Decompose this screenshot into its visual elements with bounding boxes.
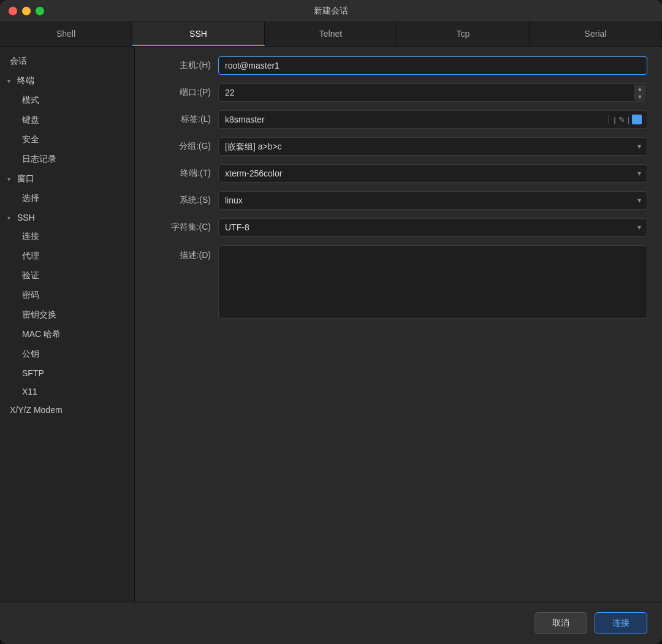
terminal-select[interactable]: xterm-256color	[218, 164, 647, 183]
form-area: 主机:(H) 端口:(P) ▲ ▼ 标签:(L)	[135, 47, 662, 602]
sidebar-item-mac[interactable]: MAC 哈希	[0, 325, 134, 344]
sidebar-item-window[interactable]: ▾ 窗口	[0, 169, 134, 189]
port-label: 端口:(P)	[150, 87, 211, 98]
sidebar-item-kex[interactable]: 密钥交换	[0, 305, 134, 325]
sidebar-item-password[interactable]: 密码	[0, 286, 134, 305]
terminal-select-wrapper: xterm-256color	[218, 164, 647, 183]
charset-select[interactable]: UTF-8	[218, 218, 647, 237]
footer: 取消 连接	[0, 602, 662, 644]
titlebar: 新建会话	[0, 0, 662, 22]
system-label: 系统:(S)	[150, 195, 211, 206]
tag-row: 标签:(L) | ✎ |	[150, 110, 647, 129]
separator-icon: |	[614, 115, 615, 124]
sidebar-item-log[interactable]: 日志记录	[0, 150, 134, 169]
tag-input[interactable]	[219, 111, 608, 128]
port-spin-down[interactable]: ▼	[634, 93, 646, 100]
connect-button[interactable]: 连接	[595, 612, 647, 634]
sidebar-item-mode[interactable]: 模式	[0, 91, 134, 110]
port-spin-up[interactable]: ▲	[634, 85, 646, 93]
window-title: 新建会话	[314, 6, 348, 17]
minimize-button[interactable]	[22, 7, 31, 15]
sidebar-item-security[interactable]: 安全	[0, 130, 134, 150]
group-select[interactable]: [嵌套组] a>b>c	[218, 137, 647, 156]
sidebar-item-auth[interactable]: 验证	[0, 266, 134, 286]
sidebar-item-select[interactable]: 选择	[0, 189, 134, 208]
sidebar-item-connect[interactable]: 连接	[0, 227, 134, 246]
sidebar-item-proxy[interactable]: 代理	[0, 246, 134, 266]
group-select-wrapper: [嵌套组] a>b>c	[218, 137, 647, 156]
cancel-button[interactable]: 取消	[535, 612, 587, 634]
sidebar-item-ssh-section[interactable]: ▾ SSH	[0, 208, 134, 227]
terminal-row: 终端:(T) xterm-256color	[150, 164, 647, 183]
desc-row: 描述:(D)	[150, 245, 647, 319]
host-input[interactable]	[218, 56, 647, 75]
window-controls	[9, 7, 44, 15]
tab-ssh[interactable]: SSH	[132, 22, 265, 46]
charset-row: 字符集:(C) UTF-8	[150, 218, 647, 237]
sidebar-item-terminal[interactable]: ▾ 终端	[0, 71, 134, 91]
tag-label: 标签:(L)	[150, 114, 211, 125]
terminal-label: 终端:(T)	[150, 168, 211, 179]
sidebar-item-modem[interactable]: X/Y/Z Modem	[0, 401, 134, 419]
host-row: 主机:(H)	[150, 56, 647, 75]
desc-label: 描述:(D)	[150, 245, 211, 261]
sidebar-item-keyboard[interactable]: 键盘	[0, 110, 134, 130]
color-swatch[interactable]	[632, 115, 642, 124]
maximize-button[interactable]	[36, 7, 44, 15]
sidebar-item-sftp[interactable]: SFTP	[0, 364, 134, 382]
system-row: 系统:(S) linux	[150, 191, 647, 210]
caret-icon-window: ▾	[7, 176, 13, 183]
sidebar: 会话 ▾ 终端 模式 键盘 安全 日志记录 ▾ 窗口	[0, 47, 135, 602]
tab-bar: Shell SSH Telnet Tcp Serial	[0, 22, 662, 47]
tab-telnet[interactable]: Telnet	[265, 22, 397, 46]
charset-select-wrapper: UTF-8	[218, 218, 647, 237]
tab-shell[interactable]: Shell	[0, 22, 132, 46]
desc-textarea[interactable]	[218, 245, 647, 319]
port-input[interactable]	[218, 83, 647, 102]
group-row: 分组:(G) [嵌套组] a>b>c	[150, 137, 647, 156]
sidebar-item-x11[interactable]: X11	[0, 382, 134, 401]
edit-icon[interactable]: ✎	[618, 115, 625, 124]
sidebar-item-session[interactable]: 会话	[0, 51, 134, 71]
separator-icon-2: |	[628, 115, 630, 124]
sidebar-item-pubkey[interactable]: 公钥	[0, 344, 134, 364]
caret-icon: ▾	[7, 78, 13, 85]
host-label: 主机:(H)	[150, 60, 211, 71]
system-select-wrapper: linux	[218, 191, 647, 210]
port-wrapper: ▲ ▼	[218, 83, 647, 102]
tab-serial[interactable]: Serial	[530, 22, 662, 46]
tag-input-wrapper: | ✎ |	[218, 110, 647, 129]
caret-icon-ssh: ▾	[7, 214, 13, 221]
label-icons: | ✎ |	[608, 115, 647, 124]
close-button[interactable]	[9, 7, 17, 15]
charset-label: 字符集:(C)	[150, 222, 211, 233]
port-spinners: ▲ ▼	[634, 85, 646, 100]
port-row: 端口:(P) ▲ ▼	[150, 83, 647, 102]
main-content: 会话 ▾ 终端 模式 键盘 安全 日志记录 ▾ 窗口	[0, 47, 662, 602]
main-window: 新建会话 Shell SSH Telnet Tcp Serial 会话 ▾	[0, 0, 662, 644]
tab-tcp[interactable]: Tcp	[397, 22, 530, 46]
group-label: 分组:(G)	[150, 141, 211, 152]
system-select[interactable]: linux	[218, 191, 647, 210]
